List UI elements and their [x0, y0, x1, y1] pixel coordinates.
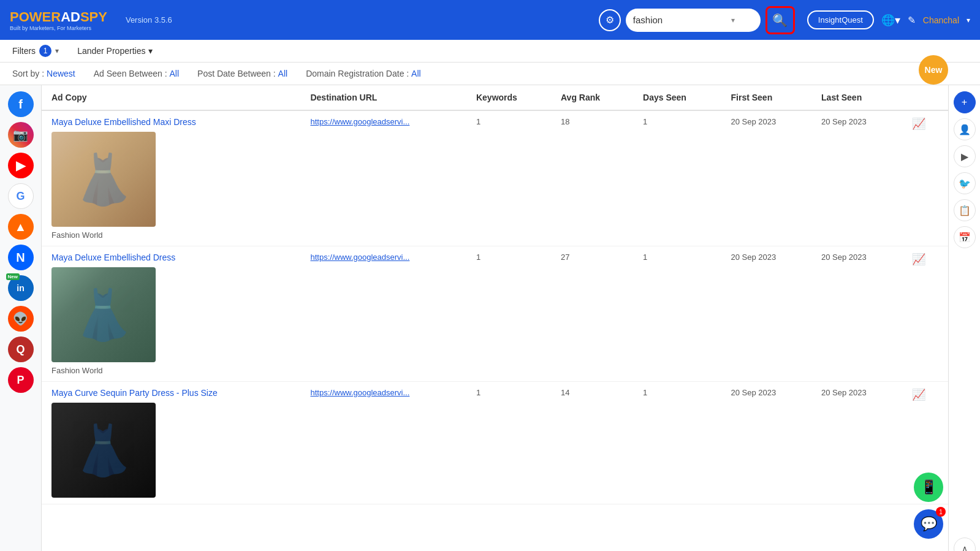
table-header-row: Ad Copy Destination URL Keywords Avg Ran… — [42, 85, 948, 110]
col-actions — [902, 85, 948, 110]
avg-rank-cell: 14 — [551, 382, 633, 504]
post-date-value[interactable]: All — [278, 69, 288, 78]
ad-copy-title[interactable]: Maya Deluxe Embellished Maxi Dress — [51, 117, 291, 127]
ad-image: 👗 — [51, 403, 156, 498]
ad-image: 👗 — [51, 267, 156, 362]
table-row: Maya Curve Sequin Party Dress - Plus Siz… — [42, 382, 948, 504]
days-seen-cell: 1 — [633, 382, 721, 504]
chat-badge: 1 — [936, 507, 946, 517]
search-area: ⚙ ▾ 🔍 — [599, 6, 795, 34]
col-days-seen: Days Seen — [633, 85, 721, 110]
ad-copy-title[interactable]: Maya Curve Sequin Party Dress - Plus Siz… — [51, 388, 291, 398]
keywords-cell: 1 — [466, 382, 551, 504]
left-sidebar: f 📷 ▶ G ▲ N in New 👽 Q P — [0, 85, 42, 551]
sort-value[interactable]: Newest — [47, 69, 75, 78]
whatsapp-button[interactable]: 📱 — [914, 473, 943, 502]
user-dropdown-arrow[interactable]: ▾ — [967, 16, 970, 25]
logo: POWERADSPY Built by Marketers, For Marke… — [10, 9, 107, 31]
brand-label: Fashion World — [51, 230, 291, 240]
dest-url-cell: https://www.googleadservi... — [300, 382, 466, 504]
sidebar-item-pinterest[interactable]: P — [8, 367, 34, 393]
trend-cell: 📈 — [902, 110, 948, 246]
dest-url-link[interactable]: https://www.googleadservi... — [310, 117, 409, 126]
dest-url-link[interactable]: https://www.googleadservi... — [310, 253, 409, 262]
dress-image-1: 👗 — [51, 132, 156, 227]
search-dropdown-arrow[interactable]: ▾ — [731, 16, 735, 25]
table-row: Maya Deluxe Embellished Dress 👗 Fashion … — [42, 246, 948, 382]
col-first-seen: First Seen — [721, 85, 812, 110]
right-add-button[interactable]: + — [954, 91, 976, 113]
ad-copy-title[interactable]: Maya Deluxe Embellished Dress — [51, 253, 291, 262]
table-row: Maya Deluxe Embellished Maxi Dress 👗 Fas… — [42, 110, 948, 246]
lander-properties-button[interactable]: Lander Properties ▾ — [77, 46, 153, 56]
ad-seen-value[interactable]: All — [169, 69, 179, 78]
globe-icon[interactable]: 🌐▾ — [881, 13, 900, 27]
filters-pill[interactable]: Filters 1 ▾ — [12, 45, 59, 57]
sidebar-item-facebook[interactable]: f — [8, 91, 34, 117]
right-calendar-button[interactable]: 📅 — [954, 226, 976, 248]
main-header: POWERADSPY Built by Marketers, For Marke… — [0, 0, 980, 40]
dest-url-cell: https://www.googleadservi... — [300, 110, 466, 246]
right-copy-button[interactable]: 📋 — [954, 199, 976, 221]
right-sidebar: + 👤 ▶ 🐦 📋 📅 ∧ — [948, 85, 980, 551]
domain-value[interactable]: All — [411, 69, 421, 78]
ad-copy-cell: Maya Curve Sequin Party Dress - Plus Siz… — [42, 382, 300, 504]
days-seen-cell: 1 — [633, 246, 721, 382]
sidebar-item-google[interactable]: G — [8, 183, 34, 209]
sidebar-item-instagram[interactable]: 📷 — [8, 122, 34, 148]
dest-url-link[interactable]: https://www.googleadservi... — [310, 388, 409, 397]
avg-rank-cell: 27 — [551, 246, 633, 382]
lander-label: Lander Properties — [77, 46, 145, 56]
first-seen-cell: 20 Sep 2023 — [721, 246, 812, 382]
filter-icon-btn[interactable]: ⚙ — [599, 9, 621, 31]
dress-image-3: 👗 — [51, 403, 156, 498]
dress-image-2: 👗 — [51, 267, 156, 362]
sidebar-item-reddit[interactable]: 👽 — [8, 306, 34, 332]
search-wrapper: ▾ — [626, 9, 761, 32]
sidebar-item-native[interactable]: N — [8, 245, 34, 270]
filters-dropdown-arrow[interactable]: ▾ — [55, 47, 59, 55]
first-seen-cell: 20 Sep 2023 — [721, 382, 812, 504]
edit-icon[interactable]: ✏ — [905, 13, 919, 27]
sidebar-item-quora[interactable]: Q — [8, 336, 34, 362]
dest-url-cell: https://www.googleadservi... — [300, 246, 466, 382]
sidebar-item-google-ads[interactable]: ▲ — [8, 214, 34, 240]
col-avg-rank: Avg Rank — [551, 85, 633, 110]
search-button[interactable]: 🔍 — [765, 6, 795, 34]
col-keywords: Keywords — [466, 85, 551, 110]
trend-icon[interactable]: 📈 — [912, 118, 925, 130]
sort-label: Sort by : — [12, 69, 44, 78]
col-dest-url: Destination URL — [300, 85, 466, 110]
trend-icon[interactable]: 📈 — [912, 389, 925, 401]
filters-label: Filters — [12, 46, 36, 56]
days-seen-cell: 1 — [633, 110, 721, 246]
version-label: Version 3.5.6 — [126, 15, 172, 25]
lander-dropdown-arrow: ▾ — [148, 46, 153, 56]
last-seen-cell: 20 Sep 2023 — [811, 246, 902, 382]
new-pill[interactable]: New — [919, 55, 948, 85]
right-users-button[interactable]: 👤 — [954, 118, 976, 140]
filters-count: 1 — [39, 45, 51, 57]
trend-cell: 📈 — [902, 246, 948, 382]
brand-label: Fashion World — [51, 366, 291, 375]
ads-table: Ad Copy Destination URL Keywords Avg Ran… — [42, 85, 948, 504]
trend-icon[interactable]: 📈 — [912, 253, 925, 265]
last-seen-cell: 20 Sep 2023 — [811, 110, 902, 246]
user-name[interactable]: Chanchal — [923, 15, 959, 25]
right-video-button[interactable]: ▶ — [954, 145, 976, 167]
ad-image: 👗 — [51, 132, 156, 227]
right-twitter-button[interactable]: 🐦 — [954, 172, 976, 194]
sort-bar: Sort by : Newest Ad Seen Between : All P… — [0, 63, 980, 85]
main-layout: f 📷 ▶ G ▲ N in New 👽 Q P Ad Copy Destina… — [0, 85, 980, 551]
ad-copy-cell: Maya Deluxe Embellished Dress 👗 Fashion … — [42, 246, 300, 382]
sidebar-item-linkedin[interactable]: in New — [8, 275, 34, 301]
col-last-seen: Last Seen — [811, 85, 902, 110]
right-collapse-button[interactable]: ∧ — [954, 538, 976, 551]
chat-button[interactable]: 💬 1 — [914, 509, 943, 539]
insight-quest-button[interactable]: InsightQuest — [807, 10, 874, 29]
content-area: Ad Copy Destination URL Keywords Avg Ran… — [42, 85, 948, 551]
col-ad-copy: Ad Copy — [42, 85, 300, 110]
sidebar-item-youtube[interactable]: ▶ — [8, 153, 34, 178]
search-input[interactable] — [633, 15, 731, 25]
last-seen-cell: 20 Sep 2023 — [811, 382, 902, 504]
